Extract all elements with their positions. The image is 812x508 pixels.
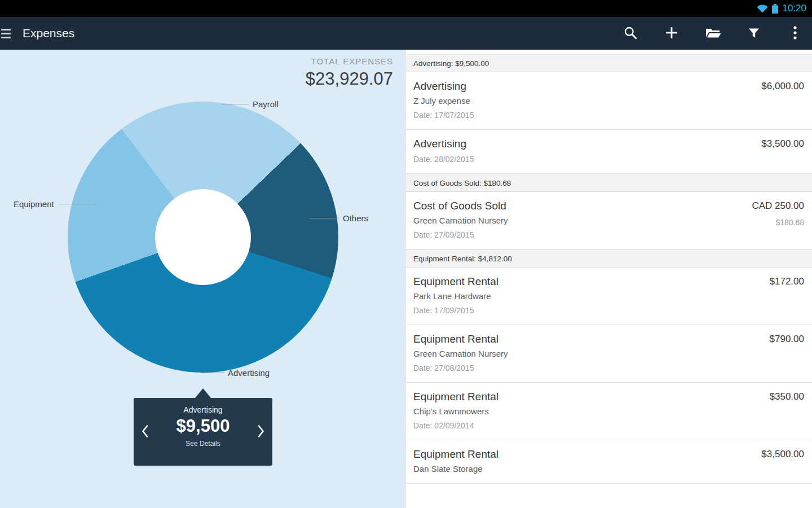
expense-group-header: Cost of Goods Sold: $180.68 — [406, 174, 812, 192]
expense-item-amounts: $790.00 — [770, 332, 804, 374]
chart-label-advertising: Advertising — [201, 368, 270, 378]
tooltip-amount: $9,500 — [134, 416, 272, 436]
expense-item-amount: CAD 250.00 — [752, 199, 804, 213]
expense-item-amount: $172.00 — [770, 275, 804, 288]
donut-hole — [155, 189, 251, 285]
expense-item-title: Equipment Rental — [413, 390, 498, 404]
expense-list-item[interactable]: Equipment RentalPark Lane HardwareDate: … — [406, 268, 812, 325]
expense-item-amounts: $6,000.00 — [761, 80, 804, 121]
expense-item-vendor: Green Carnation Nursery — [413, 215, 508, 226]
expense-item-title: Equipment Rental — [413, 332, 508, 346]
leader-line — [201, 373, 224, 373]
expense-item-vendor: Dan Slate Storage — [413, 463, 498, 475]
expense-item-date: Date: 17/09/2015 — [413, 305, 498, 316]
chart-label-equipment: Equipment — [14, 199, 96, 209]
expense-item-title: Advertising — [413, 137, 474, 151]
main-content: TOTAL EXPENSES $23,929.07 Payroll Equipm… — [0, 50, 812, 508]
expense-list: Advertising: $9,500.00AdvertisingZ July … — [406, 54, 812, 484]
filter-funnel-icon — [747, 26, 761, 41]
chart-label-text: Equipment — [14, 199, 54, 209]
expense-item-title: Equipment Rental — [413, 448, 498, 461]
chart-label-payroll: Payroll — [222, 99, 279, 109]
expense-list-item[interactable]: Equipment RentalGreen Carnation NurseryD… — [406, 325, 812, 383]
expense-item-vendor: Park Lane Hardware — [413, 291, 498, 302]
expense-item-date: Date: 27/08/2015 — [413, 363, 508, 374]
expense-list-item[interactable]: Cost of Goods SoldGreen Carnation Nurser… — [406, 192, 812, 249]
screen: 10:20 Expenses — [0, 0, 812, 508]
tooltip-arrow — [195, 388, 211, 398]
expense-item-amounts: CAD 250.00$180.68 — [752, 199, 804, 240]
status-time: 10:20 — [782, 3, 806, 14]
categorize-button[interactable] — [705, 22, 721, 45]
leader-line — [310, 218, 339, 218]
expense-group-header: Advertising: $9,500.00 — [406, 54, 812, 72]
expense-item-info: Cost of Goods SoldGreen Carnation Nurser… — [413, 199, 508, 240]
see-details-button[interactable]: See Details — [186, 440, 220, 448]
search-icon — [623, 25, 638, 42]
app-bar-actions — [623, 22, 812, 45]
total-expenses-amount: $23,929.07 — [306, 69, 393, 89]
app-bar: Expenses — [0, 17, 812, 50]
expense-item-date: Date: 27/09/2015 — [413, 230, 508, 240]
chevron-right-icon — [257, 424, 265, 440]
expense-item-amount: $3,500.00 — [761, 448, 804, 461]
expense-item-amounts: $3,500.00 — [761, 137, 804, 165]
hamburger-icon — [1, 29, 11, 30]
chart-panel: TOTAL EXPENSES $23,929.07 Payroll Equipm… — [0, 50, 406, 508]
menu-button[interactable] — [0, 22, 17, 45]
search-button[interactable] — [623, 22, 638, 45]
page-title: Expenses — [23, 27, 74, 40]
expense-item-info: Equipment RentalDan Slate Storage — [413, 448, 498, 475]
chevron-left-icon — [141, 424, 149, 440]
expense-item-title: Cost of Goods Sold — [413, 199, 508, 213]
expense-group-header: Equipment Rental: $4,812.00 — [406, 249, 812, 268]
expense-item-date: Date: 02/09/2014 — [413, 421, 498, 431]
expense-item-amount: $6,000.00 — [761, 80, 804, 93]
add-expense-button[interactable] — [664, 22, 679, 45]
expense-item-amounts: $350.00 — [770, 390, 804, 431]
tooltip-category: Advertising — [134, 405, 272, 414]
expense-list-item[interactable]: AdvertisingDate: 28/02/2015$3,500.00 — [406, 130, 812, 174]
expense-item-info: Equipment RentalGreen Carnation NurseryD… — [413, 332, 508, 374]
chart-label-text: Others — [343, 213, 368, 223]
expense-item-vendor: Chip's Lawnmowers — [413, 406, 498, 417]
expense-item-vendor: Green Carnation Nursery — [413, 348, 508, 360]
expense-item-info: AdvertisingDate: 28/02/2015 — [413, 137, 474, 165]
chart-label-text: Advertising — [228, 368, 270, 378]
wifi-icon — [757, 4, 768, 13]
expense-list-item[interactable]: AdvertisingZ July expenseDate: 17/07/201… — [406, 72, 812, 130]
expense-list-item[interactable]: Equipment RentalChip's LawnmowersDate: 0… — [406, 383, 812, 440]
previous-segment-button[interactable] — [138, 423, 152, 441]
leader-line — [59, 204, 96, 204]
expense-item-amounts: $172.00 — [770, 275, 804, 316]
status-bar: 10:20 — [0, 0, 812, 17]
expense-item-date: Date: 28/02/2015 — [413, 154, 474, 165]
expense-item-amount: $350.00 — [770, 390, 804, 404]
chart-label-text: Payroll — [253, 99, 279, 109]
plus-icon — [664, 25, 679, 42]
expense-item-amount: $790.00 — [770, 332, 804, 346]
expense-list-panel: Advertising: $9,500.00AdvertisingZ July … — [406, 50, 812, 508]
expense-item-amount-converted: $180.68 — [752, 218, 804, 227]
overflow-dots-icon — [793, 25, 797, 42]
expense-item-info: AdvertisingZ July expenseDate: 17/07/201… — [413, 80, 474, 121]
expense-item-title: Equipment Rental — [413, 275, 498, 288]
chart-label-others: Others — [310, 213, 368, 223]
next-segment-button[interactable] — [254, 423, 268, 441]
chart-tooltip: Advertising $9,500 See Details — [134, 398, 272, 466]
total-expenses-summary: TOTAL EXPENSES $23,929.07 — [306, 56, 393, 89]
expense-item-title: Advertising — [413, 80, 474, 93]
expense-item-amount: $3,500.00 — [761, 137, 804, 151]
expense-list-item[interactable]: Equipment RentalDan Slate Storage$3,500.… — [406, 440, 812, 484]
battery-icon — [772, 4, 778, 14]
folder-icon — [704, 25, 721, 42]
expense-item-info: Equipment RentalPark Lane HardwareDate: … — [413, 275, 498, 316]
expense-item-amounts: $3,500.00 — [761, 448, 804, 475]
expense-item-date: Date: 17/07/2015 — [413, 110, 474, 121]
overflow-menu-button[interactable] — [787, 22, 803, 45]
leader-line — [222, 104, 249, 104]
expense-item-vendor: Z July expense — [413, 95, 474, 107]
filter-button[interactable] — [746, 22, 762, 45]
expense-item-info: Equipment RentalChip's LawnmowersDate: 0… — [413, 390, 498, 431]
total-expenses-label: TOTAL EXPENSES — [306, 56, 393, 66]
